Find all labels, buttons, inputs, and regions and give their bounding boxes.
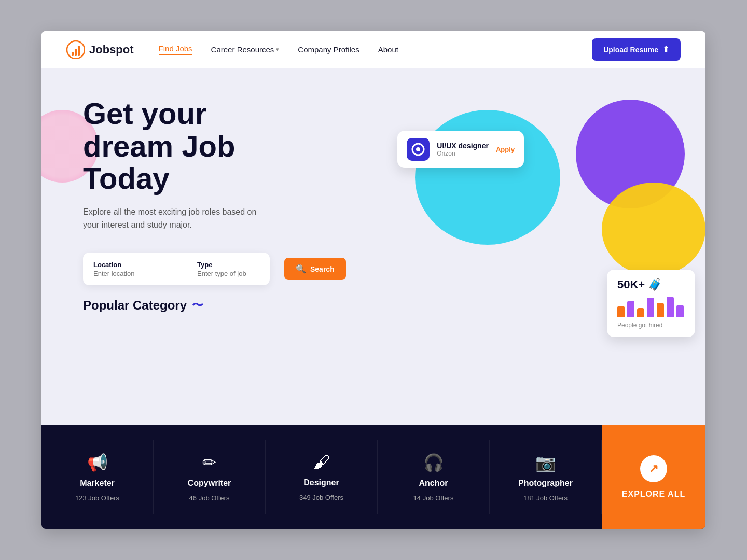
explore-all-button[interactable]: ↗EXPLORE ALL	[602, 425, 706, 529]
location-field[interactable]: Location	[93, 258, 181, 280]
category-name-anchor: Anchor	[419, 479, 448, 488]
apply-button[interactable]: Apply	[496, 146, 515, 153]
svg-rect-2	[75, 49, 77, 56]
type-field[interactable]: Type	[197, 258, 284, 280]
stats-bar	[617, 306, 625, 317]
copywriter-icon: ✏	[202, 453, 216, 472]
category-count-photographer: 181 Job Offers	[523, 494, 568, 502]
location-input[interactable]	[93, 270, 181, 277]
stats-bars	[617, 297, 685, 317]
nav-career-resources[interactable]: Career Resources ▾	[211, 45, 280, 54]
chevron-down-icon: ▾	[276, 46, 279, 53]
type-label: Type	[197, 261, 284, 269]
job-card-icon	[407, 138, 430, 161]
decoration-squiggle: 〜	[192, 298, 203, 313]
location-label: Location	[93, 261, 181, 269]
stats-label: People got hired	[617, 321, 685, 329]
nav-company-profiles[interactable]: Company Profiles	[298, 45, 359, 54]
upload-icon: ⬆	[662, 45, 669, 54]
anchor-icon: 🎧	[423, 453, 444, 472]
job-card: UI/UX designer Orizon Apply	[397, 131, 524, 168]
logo-icon	[66, 40, 85, 59]
job-company: Orizon	[437, 150, 489, 157]
popular-category-label: Popular Category 〜	[42, 285, 706, 321]
categories-bar: 📢Marketer123 Job Offers✏Copywriter46 Job…	[42, 425, 706, 529]
category-name-photographer: Photographer	[518, 479, 573, 488]
category-name-designer: Designer	[303, 478, 339, 487]
stats-bar	[647, 298, 654, 317]
category-count-designer: 349 Job Offers	[299, 494, 343, 501]
job-title: UI/UX designer	[437, 142, 489, 150]
category-item-anchor[interactable]: 🎧Anchor14 Job Offers	[378, 440, 490, 514]
explore-all-arrow-icon: ↗	[640, 455, 667, 482]
category-count-marketer: 123 Job Offers	[75, 494, 119, 502]
stats-emoji: 🧳	[648, 278, 662, 291]
category-count-copywriter: 46 Job Offers	[189, 494, 230, 502]
category-item-photographer[interactable]: 📷Photographer181 Job Offers	[490, 440, 602, 514]
stats-bar	[667, 297, 674, 317]
blob-yellow	[602, 183, 706, 276]
stats-bar	[657, 303, 664, 317]
upload-resume-label: Upload Resume	[603, 46, 658, 54]
stats-bar	[676, 305, 684, 317]
search-icon: 🔍	[296, 264, 306, 274]
svg-rect-1	[72, 52, 74, 56]
designer-icon: 🖌	[313, 453, 330, 472]
explore-all-label: EXPLORE ALL	[622, 489, 685, 499]
type-input[interactable]	[197, 270, 284, 277]
job-card-info: UI/UX designer Orizon	[437, 142, 489, 157]
hero-content: Get your dream Job Today Explore all the…	[42, 68, 311, 285]
brand-name: Jobspot	[89, 43, 134, 57]
upload-resume-button[interactable]: Upload Resume ⬆	[592, 38, 681, 61]
photographer-icon: 📷	[535, 453, 556, 472]
search-bar: Location Type 🔍 Search	[83, 253, 270, 285]
search-label: Search	[310, 265, 335, 273]
svg-rect-3	[78, 46, 80, 56]
logo[interactable]: Jobspot	[66, 40, 134, 59]
stats-card: 50K+ 🧳 People got hired	[607, 270, 695, 337]
nav-about[interactable]: About	[378, 45, 398, 54]
search-button[interactable]: 🔍 Search	[284, 258, 346, 280]
nav-links: Find Jobs Career Resources ▾ Company Pro…	[159, 44, 592, 55]
stats-number: 50K+ 🧳	[617, 278, 685, 291]
category-item-marketer[interactable]: 📢Marketer123 Job Offers	[42, 440, 154, 514]
marketer-icon: 📢	[87, 453, 108, 472]
svg-point-5	[416, 147, 420, 151]
hero-subtitle: Explore all the most exciting job roles …	[83, 205, 270, 232]
nav-find-jobs[interactable]: Find Jobs	[159, 44, 192, 55]
category-item-copywriter[interactable]: ✏Copywriter46 Job Offers	[154, 440, 266, 514]
category-count-anchor: 14 Job Offers	[413, 494, 454, 502]
stats-bar	[637, 308, 644, 317]
hero-section: UI/UX designer Orizon Apply 50K+ 🧳 Peopl…	[42, 68, 706, 425]
category-name-marketer: Marketer	[80, 479, 115, 488]
navbar: Jobspot Find Jobs Career Resources ▾ Com…	[42, 31, 706, 68]
category-item-designer[interactable]: 🖌Designer349 Job Offers	[266, 440, 378, 514]
stats-bar	[627, 301, 634, 317]
category-name-copywriter: Copywriter	[188, 479, 231, 488]
orizon-icon	[411, 143, 425, 156]
blob-cyan	[415, 110, 560, 245]
hero-title: Get your dream Job Today	[83, 97, 270, 195]
